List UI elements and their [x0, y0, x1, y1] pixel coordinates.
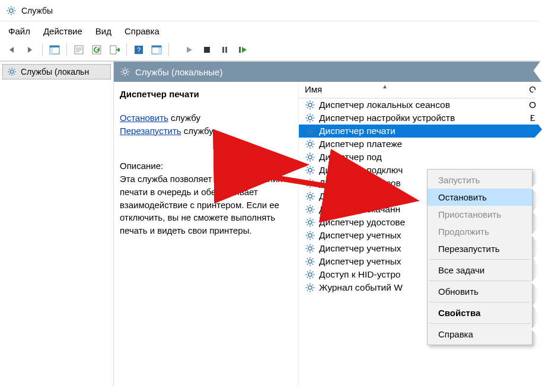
refresh-button[interactable]: [89, 42, 104, 58]
restart-service-link-line: Перезапустить службу: [120, 125, 290, 138]
toolbar-separator: [168, 43, 169, 56]
tree-root-label: Службы (локальн: [21, 67, 89, 77]
svg-point-0: [9, 9, 13, 12]
menu-view[interactable]: Вид: [95, 26, 111, 36]
context-menu-item[interactable]: Все задачи: [428, 262, 532, 279]
back-button[interactable]: [5, 42, 20, 58]
context-menu-separator: [429, 281, 531, 281]
sort-caret-icon: ▲: [382, 83, 388, 90]
context-menu-separator: [429, 259, 531, 260]
gear-icon: [305, 191, 315, 202]
help-button[interactable]: ?: [131, 42, 146, 58]
service-row-name: Диспетчер под: [319, 152, 522, 162]
gear-icon: [305, 269, 315, 280]
svg-point-28: [308, 195, 312, 198]
svg-rect-9: [110, 46, 116, 54]
gear-icon: [120, 66, 130, 77]
properties-button[interactable]: [71, 42, 87, 58]
stop-service-button[interactable]: [199, 42, 215, 58]
details-panel: Диспетчер печати Остановить службу Перез…: [114, 82, 299, 386]
context-menu-item[interactable]: Обновить: [428, 283, 532, 300]
tree-panel: Службы (локальн: [0, 62, 114, 386]
gear-icon: [305, 217, 315, 228]
svg-point-30: [308, 221, 312, 224]
svg-point-34: [308, 273, 312, 276]
menu-action[interactable]: Действие: [43, 26, 82, 36]
service-row-name: Диспетчер локальных сеансов: [319, 100, 522, 110]
description-label: Описание:: [120, 160, 290, 173]
gear-icon: [305, 100, 315, 110]
gear-icon: [305, 230, 315, 241]
service-name: Диспетчер печати: [120, 88, 290, 101]
gear-icon: [305, 282, 315, 293]
context-menu-item[interactable]: Перезапустить: [428, 240, 532, 257]
context-menu-item: Продолжить: [428, 223, 532, 240]
stop-suffix: службу: [168, 113, 200, 123]
window-title: Службы: [21, 6, 53, 15]
restart-service-button[interactable]: [235, 42, 250, 58]
svg-point-22: [308, 116, 312, 120]
svg-rect-15: [204, 47, 210, 53]
svg-rect-16: [222, 47, 224, 53]
service-row-right: О: [525, 100, 536, 110]
gear-icon: [6, 5, 17, 16]
export-list-button[interactable]: [107, 42, 122, 58]
svg-point-29: [308, 208, 312, 211]
service-row-name: Диспетчер настройки устройств: [319, 113, 522, 123]
menu-file[interactable]: Файл: [8, 26, 30, 36]
show-hide-action-pane-button[interactable]: [149, 42, 164, 58]
service-row[interactable]: Диспетчер локальных сеансовО: [299, 98, 542, 111]
context-menu-item[interactable]: Остановить: [428, 189, 532, 206]
svg-point-24: [308, 142, 312, 146]
column-name[interactable]: Имя ▲: [305, 84, 524, 94]
gear-icon: [305, 165, 315, 176]
restart-service-link[interactable]: Перезапустить: [120, 126, 181, 136]
context-menu-item[interactable]: Справка: [428, 326, 532, 343]
svg-rect-17: [225, 47, 227, 53]
title-bar: Службы: [0, 0, 542, 21]
context-menu-item[interactable]: Свойства: [428, 304, 532, 321]
service-row[interactable]: Диспетчер настройки устройствВ: [299, 111, 542, 125]
forward-button[interactable]: [23, 42, 38, 58]
start-service-button[interactable]: [181, 42, 197, 58]
service-row[interactable]: Диспетчер печати: [299, 125, 542, 138]
svg-rect-14: [158, 47, 161, 54]
toolbar-separator: [42, 43, 43, 56]
svg-point-21: [308, 103, 312, 107]
tree-root-item[interactable]: Службы (локальн: [2, 64, 111, 79]
context-menu-item: Приостановить: [428, 206, 532, 223]
show-hide-tree-button[interactable]: [47, 42, 62, 58]
svg-point-32: [308, 247, 312, 250]
context-menu[interactable]: ЗапуститьОстановитьПриостановитьПродолжи…: [427, 169, 533, 345]
service-row[interactable]: Диспетчер под: [299, 151, 542, 164]
gear-icon: [305, 152, 315, 162]
context-menu-separator: [429, 323, 531, 324]
service-row-name: Диспетчер печати: [319, 126, 522, 136]
gear-icon: [7, 66, 17, 77]
svg-rect-18: [239, 47, 241, 53]
pause-service-button[interactable]: [217, 42, 232, 58]
svg-point-26: [308, 168, 312, 172]
list-header[interactable]: Имя ▲ О: [299, 82, 542, 98]
gear-icon: [305, 178, 315, 189]
toolbar-separator: [66, 43, 67, 56]
svg-point-27: [308, 181, 312, 185]
gear-icon: [305, 243, 315, 254]
toolbar-separator: [126, 43, 127, 56]
gear-icon: [305, 204, 315, 215]
svg-point-25: [308, 155, 312, 159]
gear-icon: [305, 126, 315, 136]
service-row-name: Диспетчер платеже: [319, 139, 522, 149]
restart-suffix: службу: [181, 126, 213, 136]
service-row[interactable]: Диспетчер платеже: [299, 138, 542, 151]
pane-header: Службы (локальные): [114, 62, 542, 82]
menu-help[interactable]: Справка: [125, 26, 160, 36]
gear-icon: [305, 113, 315, 123]
svg-point-31: [308, 234, 312, 237]
gear-icon: [305, 139, 315, 149]
pane-title: Службы (локальные): [135, 67, 222, 77]
toolbar: ?: [0, 41, 542, 61]
stop-service-link[interactable]: Остановить: [120, 113, 168, 123]
svg-point-35: [308, 286, 312, 289]
svg-rect-13: [152, 46, 161, 47]
